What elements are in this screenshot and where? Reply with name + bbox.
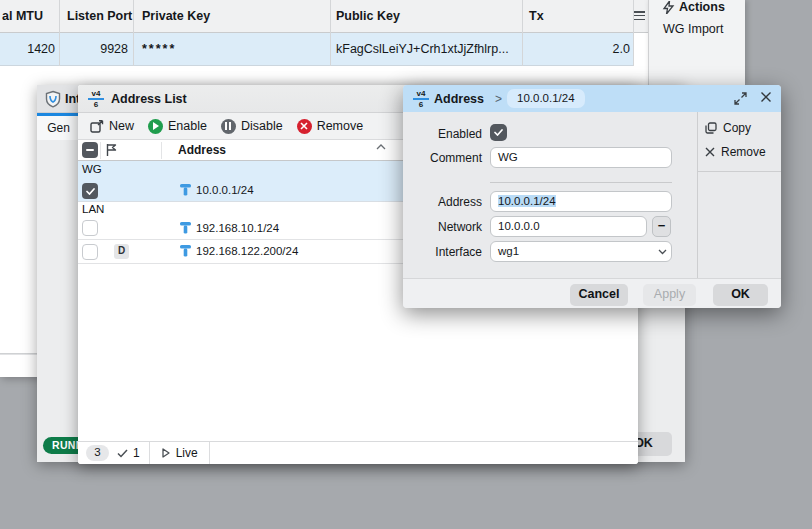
- column-header-mtu[interactable]: al MTU: [0, 0, 59, 33]
- interface-dropdown[interactable]: wg1: [490, 241, 672, 262]
- dialog-title: Address: [434, 92, 484, 106]
- flag-column-icon[interactable]: [106, 143, 117, 157]
- selected-check-icon: [117, 449, 128, 458]
- address-list-statusbar: 3 1 Live: [78, 441, 638, 464]
- chevron-down-icon[interactable]: [658, 249, 667, 255]
- ip-address-icon: [180, 184, 191, 196]
- disable-button[interactable]: Disable: [221, 119, 283, 134]
- actions-panel: Actions WG Import: [648, 0, 745, 86]
- network-field[interactable]: 10.0.0.0: [490, 216, 647, 237]
- dynamic-flag-badge: D: [114, 244, 129, 259]
- actions-panel-title: Actions: [679, 0, 725, 14]
- row-checkbox-checked[interactable]: [82, 183, 98, 199]
- copy-button[interactable]: Copy: [705, 121, 751, 135]
- divider: [490, 182, 672, 183]
- address-column-header[interactable]: Address: [178, 143, 226, 157]
- address-dialog-icon: v4 6: [412, 90, 430, 108]
- row-checkbox-unchecked[interactable]: [82, 244, 98, 260]
- address-dialog: v4 6 Address > 10.0.0.1/24 Enabled Comme…: [403, 85, 781, 308]
- dialog-footer: Cancel Apply OK: [403, 278, 781, 308]
- actions-icon: [662, 1, 675, 14]
- cell-public-key[interactable]: kFagCslLeiYJ+Crh1xtJjZfhlrp...: [330, 33, 522, 66]
- enable-button[interactable]: Enable: [148, 119, 207, 134]
- address-value: 192.168.122.200/24: [196, 245, 298, 257]
- divider: [697, 112, 698, 278]
- address-field-selected-text: 10.0.0.1/24: [498, 195, 556, 207]
- close-icon[interactable]: [760, 91, 772, 103]
- divider: [698, 171, 781, 172]
- remove-address-button[interactable]: Remove: [705, 145, 766, 159]
- address-list-icon: v4 6: [87, 90, 105, 108]
- enable-icon: [148, 119, 163, 134]
- address-value: 10.0.0.1/24: [196, 184, 254, 196]
- column-header-listen-port[interactable]: Listen Port: [59, 0, 133, 33]
- enabled-label: Enabled: [403, 127, 482, 141]
- column-header-public-key[interactable]: Public Key: [330, 0, 522, 33]
- cell-listen-port[interactable]: 9928: [59, 33, 133, 66]
- remove-label: Remove: [721, 145, 766, 159]
- apply-button[interactable]: Apply: [643, 284, 696, 306]
- enable-label: Enable: [168, 119, 207, 133]
- column-header-tx[interactable]: Tx: [522, 0, 633, 33]
- remove-label: Remove: [317, 119, 364, 133]
- address-value: 192.168.10.1/24: [196, 222, 279, 234]
- address-label: Address: [403, 195, 482, 209]
- column-header-private-key[interactable]: Private Key: [133, 0, 330, 33]
- new-button[interactable]: New: [90, 119, 134, 133]
- live-play-icon: [162, 448, 170, 458]
- remove-button[interactable]: Remove: [297, 119, 364, 134]
- cell-actual-mtu[interactable]: 1420: [0, 33, 59, 66]
- cell-private-key[interactable]: *****: [133, 33, 330, 66]
- row-checkbox-unchecked[interactable]: [82, 220, 98, 236]
- network-label: Network: [403, 220, 482, 234]
- tab-general[interactable]: Gen: [37, 113, 81, 140]
- group-label: LAN: [82, 203, 104, 215]
- disable-label: Disable: [241, 119, 283, 133]
- remove-icon: [297, 119, 312, 134]
- wg-import-action[interactable]: WG Import: [663, 22, 723, 36]
- interface-label: Interface: [403, 245, 482, 259]
- live-toggle[interactable]: Live: [176, 446, 198, 460]
- selected-count: 1: [133, 446, 140, 460]
- breadcrumb-value-pill: 10.0.0.1/24: [507, 89, 585, 108]
- new-label: New: [109, 119, 134, 133]
- sort-ascending-icon[interactable]: [376, 144, 386, 150]
- address-list-title: Address List: [111, 92, 187, 106]
- comment-label: Comment: [403, 151, 482, 165]
- x-icon: [705, 147, 715, 157]
- remove-network-button[interactable]: −: [652, 216, 671, 237]
- enabled-checkbox[interactable]: [490, 124, 507, 141]
- column-menu-icon[interactable]: [634, 11, 645, 21]
- copy-label: Copy: [723, 121, 751, 135]
- address-field[interactable]: 10.0.0.1/24: [490, 191, 672, 212]
- copy-icon: [705, 122, 717, 134]
- ok-button[interactable]: OK: [713, 284, 768, 306]
- new-icon: [90, 120, 104, 133]
- comment-field[interactable]: WG: [490, 147, 672, 168]
- group-label: WG: [82, 163, 102, 175]
- ip-address-icon: [180, 222, 191, 234]
- detach-window-icon[interactable]: [734, 92, 747, 105]
- breadcrumb-separator: >: [495, 92, 502, 106]
- cell-tx[interactable]: 2.0: [522, 33, 633, 66]
- address-dialog-titlebar[interactable]: v4 6 Address > 10.0.0.1/24: [403, 85, 781, 112]
- cancel-button[interactable]: Cancel: [570, 284, 628, 306]
- item-count-badge: 3: [86, 445, 109, 461]
- shield-icon: [44, 90, 62, 108]
- disable-icon: [221, 119, 236, 134]
- ip-address-icon: [180, 245, 191, 257]
- select-all-checkbox[interactable]: [82, 142, 98, 158]
